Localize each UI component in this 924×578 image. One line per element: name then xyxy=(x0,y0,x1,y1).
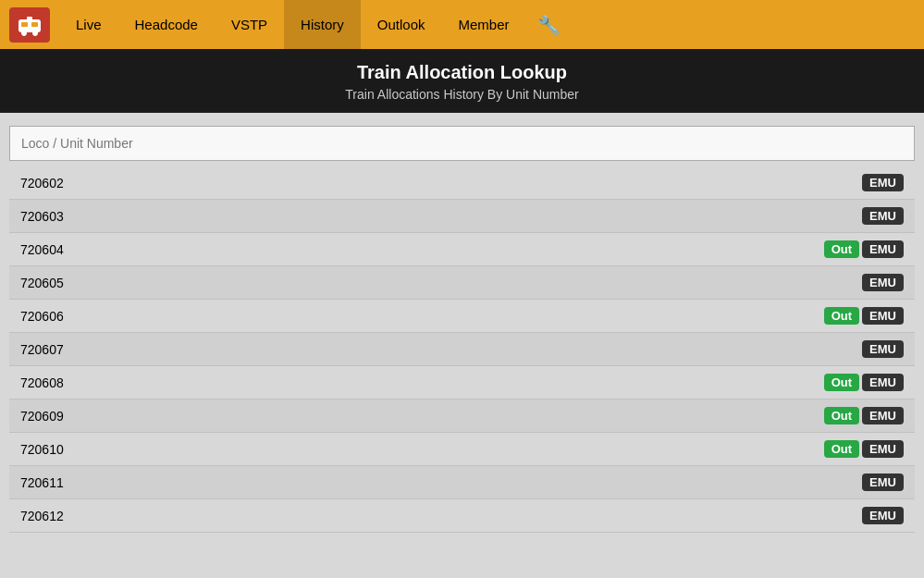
badges-cell: EMU xyxy=(733,499,915,533)
out-badge: Out xyxy=(824,240,859,258)
unit-number-cell: 720603 xyxy=(9,200,733,233)
nav-live[interactable]: Live xyxy=(59,0,118,49)
table-row[interactable]: 720608OutEMU xyxy=(9,366,915,400)
badges-cell: OutEMU xyxy=(733,300,915,333)
page-title: Train Allocation Lookup xyxy=(0,62,924,83)
main-content: 720602EMU720603EMU720604OutEMU720605EMU7… xyxy=(0,113,924,566)
navbar: Live Headcode VSTP History Outlook Membe… xyxy=(0,0,924,49)
unit-number-cell: 720604 xyxy=(9,233,733,266)
emu-badge: EMU xyxy=(862,473,904,491)
page-header: Train Allocation Lookup Train Allocation… xyxy=(0,49,924,113)
emu-badge: EMU xyxy=(862,174,904,191)
table-row[interactable]: 720612EMU xyxy=(9,499,915,533)
badges-cell: OutEMU xyxy=(733,366,915,400)
table-row[interactable]: 720609OutEMU xyxy=(9,400,915,433)
svg-point-4 xyxy=(33,31,38,35)
table-row[interactable]: 720611EMU xyxy=(9,466,915,499)
out-badge: Out xyxy=(824,307,859,325)
unit-number-cell: 720606 xyxy=(9,300,733,333)
svg-rect-1 xyxy=(21,22,28,27)
table-row[interactable]: 720605EMU xyxy=(9,266,915,300)
unit-number-cell: 720611 xyxy=(9,466,733,499)
nav-history[interactable]: History xyxy=(284,0,361,49)
badges-cell: EMU xyxy=(733,333,915,366)
emu-badge: EMU xyxy=(862,407,904,424)
emu-badge: EMU xyxy=(862,240,904,258)
badges-cell: EMU xyxy=(733,166,915,200)
svg-rect-2 xyxy=(31,22,38,27)
nav-outlook[interactable]: Outlook xyxy=(361,0,442,49)
emu-badge: EMU xyxy=(862,507,904,524)
unit-number-cell: 720605 xyxy=(9,266,733,300)
nav-headcode[interactable]: Headcode xyxy=(118,0,215,49)
search-input-wrapper xyxy=(9,126,915,161)
out-badge: Out xyxy=(824,440,859,458)
app-logo xyxy=(9,7,50,43)
emu-badge: EMU xyxy=(862,207,904,225)
badges-cell: EMU xyxy=(733,466,915,499)
out-badge: Out xyxy=(824,374,859,391)
emu-badge: EMU xyxy=(862,274,904,291)
results-table: 720602EMU720603EMU720604OutEMU720605EMU7… xyxy=(9,166,915,533)
nav-member[interactable]: Member xyxy=(441,0,525,49)
emu-badge: EMU xyxy=(862,440,904,458)
badges-cell: EMU xyxy=(733,266,915,300)
badges-cell: OutEMU xyxy=(733,400,915,433)
search-button-wrapper: Search xyxy=(0,566,924,578)
table-row[interactable]: 720606OutEMU xyxy=(9,300,915,333)
table-row[interactable]: 720603EMU xyxy=(9,200,915,233)
unit-number-cell: 720608 xyxy=(9,366,733,400)
table-row[interactable]: 720604OutEMU xyxy=(9,233,915,266)
tools-icon[interactable]: 🔧 xyxy=(526,0,572,49)
search-input[interactable] xyxy=(9,126,915,161)
table-row[interactable]: 720610OutEMU xyxy=(9,433,915,466)
out-badge: Out xyxy=(824,407,859,424)
badges-cell: OutEMU xyxy=(733,433,915,466)
badges-cell: EMU xyxy=(733,200,915,233)
page-subtitle: Train Allocations History By Unit Number xyxy=(0,87,924,102)
unit-number-cell: 720610 xyxy=(9,433,733,466)
unit-number-cell: 720612 xyxy=(9,499,733,533)
emu-badge: EMU xyxy=(862,307,904,325)
emu-badge: EMU xyxy=(862,340,904,358)
emu-badge: EMU xyxy=(862,374,904,391)
nav-vstp[interactable]: VSTP xyxy=(215,0,284,49)
table-row[interactable]: 720607EMU xyxy=(9,333,915,366)
badges-cell: OutEMU xyxy=(733,233,915,266)
unit-number-cell: 720602 xyxy=(9,166,733,200)
svg-rect-5 xyxy=(27,17,32,20)
unit-number-cell: 720607 xyxy=(9,333,733,366)
unit-number-cell: 720609 xyxy=(9,400,733,433)
svg-point-3 xyxy=(22,31,27,35)
table-row[interactable]: 720602EMU xyxy=(9,166,915,200)
